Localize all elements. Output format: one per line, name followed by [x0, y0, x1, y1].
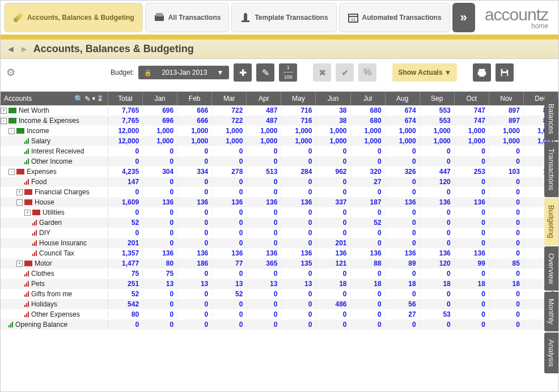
tree-toggle[interactable]: - [1, 118, 7, 124]
data-cell[interactable]: 1,609 [108, 198, 143, 206]
data-cell[interactable]: 52 [108, 219, 143, 227]
data-cell[interactable]: 0 [281, 229, 316, 237]
data-cell[interactable]: 136 [420, 198, 455, 206]
col-header[interactable]: Sep [420, 92, 455, 105]
data-cell[interactable]: 674 [386, 106, 420, 114]
table-row[interactable]: +Net Worth7,7656966667224877163868067455… [1, 105, 558, 116]
nav-tab-accounts[interactable]: Accounts, Balances & Budgeting [4, 3, 143, 32]
data-cell[interactable]: 0 [281, 310, 316, 318]
data-cell[interactable]: 0 [143, 310, 177, 318]
data-cell[interactable]: 278 [212, 168, 247, 176]
data-cell[interactable]: 0 [247, 208, 281, 216]
data-cell[interactable]: 0 [212, 178, 247, 186]
data-cell[interactable]: 0 [351, 229, 386, 237]
data-cell[interactable]: 1,000 [212, 127, 247, 135]
data-cell[interactable]: 553 [420, 106, 455, 114]
data-cell[interactable]: 0 [177, 147, 212, 155]
data-cell[interactable]: 1,357 [108, 249, 143, 257]
data-cell[interactable]: 0 [177, 178, 212, 186]
data-cell[interactable]: 0 [143, 219, 177, 227]
data-cell[interactable]: 0 [455, 290, 489, 298]
data-cell[interactable]: 0 [351, 310, 386, 318]
data-cell[interactable]: 1,000 [316, 127, 350, 135]
data-cell[interactable]: 0 [177, 310, 212, 318]
data-cell[interactable]: 0 [351, 208, 386, 216]
data-cell[interactable]: 0 [386, 239, 420, 247]
data-cell[interactable]: 0 [212, 208, 247, 216]
data-cell[interactable]: 13 [281, 280, 316, 288]
data-cell[interactable]: 487 [247, 117, 281, 125]
data-cell[interactable]: 18 [455, 280, 489, 288]
data-cell[interactable]: 0 [281, 147, 316, 155]
data-cell[interactable]: 0 [177, 219, 212, 227]
data-cell[interactable]: 0 [420, 300, 455, 308]
data-cell[interactable]: 13 [177, 280, 212, 288]
data-cell[interactable]: 0 [143, 290, 177, 298]
data-cell[interactable]: 722 [212, 117, 247, 125]
data-cell[interactable]: 0 [455, 229, 489, 237]
filter-icon[interactable]: ⌛ [96, 95, 104, 103]
data-cell[interactable]: 186 [177, 259, 212, 267]
pencil-icon[interactable]: ✎ [84, 95, 91, 103]
data-cell[interactable]: 542 [108, 300, 143, 308]
data-cell[interactable]: 0 [455, 188, 489, 196]
sort-icon[interactable]: ♦ [92, 95, 95, 103]
data-cell[interactable]: 88 [351, 259, 386, 267]
table-row[interactable]: Holidays542000004860560000 [1, 299, 558, 309]
tree-toggle[interactable]: - [9, 169, 15, 175]
data-cell[interactable]: 0 [420, 157, 455, 165]
side-tab-overview[interactable]: Overview [544, 246, 558, 291]
back-icon[interactable]: ◄ [6, 44, 15, 54]
data-cell[interactable]: 18 [420, 280, 455, 288]
data-cell[interactable]: 0 [108, 188, 143, 196]
data-cell[interactable]: 0 [177, 188, 212, 196]
data-cell[interactable]: 897 [489, 106, 524, 114]
data-cell[interactable]: 0 [386, 157, 420, 165]
data-cell[interactable]: 1,000 [212, 137, 247, 145]
data-cell[interactable]: 0 [177, 290, 212, 298]
col-header[interactable]: Aug [386, 92, 420, 105]
data-cell[interactable]: 121 [316, 259, 350, 267]
col-header[interactable]: May [281, 92, 316, 105]
data-cell[interactable]: 0 [489, 157, 524, 165]
data-cell[interactable]: 0 [351, 188, 386, 196]
data-cell[interactable]: 0 [108, 229, 143, 237]
show-actuals-button[interactable]: Show Actuals ▼ [392, 63, 456, 82]
data-cell[interactable]: 0 [281, 300, 316, 308]
data-cell[interactable]: 0 [281, 188, 316, 196]
data-cell[interactable]: 136 [281, 198, 316, 206]
col-header[interactable]: Feb [177, 92, 212, 105]
table-row[interactable]: Garden520000005200000 [1, 218, 558, 228]
data-cell[interactable]: 0 [247, 310, 281, 318]
data-cell[interactable]: 716 [281, 117, 316, 125]
data-cell[interactable]: 0 [143, 147, 177, 155]
data-cell[interactable]: 136 [177, 198, 212, 206]
data-cell[interactable]: 1,000 [386, 137, 420, 145]
data-cell[interactable]: 320 [351, 168, 386, 176]
table-row[interactable]: -House1,60913613613613613633718713613613… [1, 197, 558, 207]
data-cell[interactable]: 0 [386, 178, 420, 186]
data-cell[interactable]: 666 [177, 106, 212, 114]
data-cell[interactable]: 0 [489, 321, 524, 329]
data-cell[interactable]: 680 [351, 117, 386, 125]
data-cell[interactable]: 284 [281, 168, 316, 176]
data-cell[interactable]: 13 [212, 280, 247, 288]
data-cell[interactable]: 0 [420, 147, 455, 155]
confirm-button[interactable]: ✔ [336, 63, 354, 82]
data-cell[interactable]: 0 [489, 239, 524, 247]
data-cell[interactable]: 75 [108, 270, 143, 278]
data-cell[interactable]: 0 [316, 208, 350, 216]
table-row[interactable]: -Expenses4,23530433427851328496232032644… [1, 167, 558, 177]
data-cell[interactable]: 253 [455, 168, 489, 176]
data-cell[interactable]: 18 [489, 280, 524, 288]
table-row[interactable]: House Insuranc20100000201000000 [1, 238, 558, 248]
side-tab-balances[interactable]: Balances [544, 97, 558, 140]
data-cell[interactable]: 0 [212, 188, 247, 196]
data-cell[interactable]: 0 [281, 178, 316, 186]
data-cell[interactable]: 251 [108, 280, 143, 288]
col-header[interactable]: Nov [489, 92, 524, 105]
data-cell[interactable]: 0 [386, 270, 420, 278]
data-cell[interactable]: 0 [455, 219, 489, 227]
data-cell[interactable]: 0 [455, 208, 489, 216]
data-cell[interactable]: 0 [455, 178, 489, 186]
